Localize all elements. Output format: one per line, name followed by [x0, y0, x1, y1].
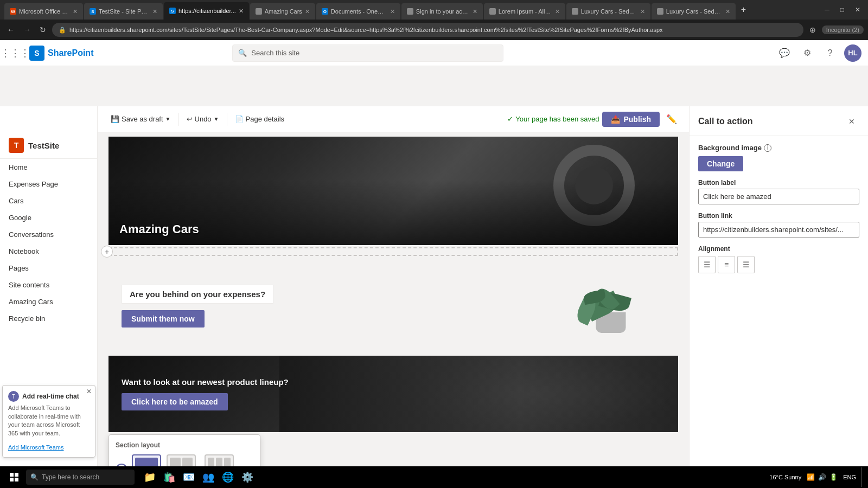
browser-tab-luxury1[interactable]: Luxury Cars - Sedans... ✕: [566, 3, 650, 20]
extensions-icon[interactable]: ⊕: [807, 24, 819, 35]
align-center-button[interactable]: ≡: [718, 256, 735, 273]
tab-close-icon[interactable]: ✕: [725, 8, 730, 15]
minimize-icon[interactable]: ─: [821, 5, 833, 15]
tab-favicon: S: [90, 8, 96, 15]
align-right-button[interactable]: ☰: [737, 256, 755, 273]
save-as-draft-button[interactable]: 💾 Save as draft ▼: [106, 113, 175, 125]
sidebar-item-conversations[interactable]: Conversations: [0, 226, 97, 243]
help-icon-btn[interactable]: ?: [821, 44, 839, 62]
lock-icon: 🔒: [59, 27, 66, 34]
tab-favicon: [657, 8, 663, 15]
browser-chrome: W Microsoft Office Home ✕ S TestSite - S…: [0, 0, 868, 20]
tab-close-icon[interactable]: ✕: [73, 8, 78, 15]
chat-close-btn[interactable]: ✕: [86, 388, 92, 395]
maximize-icon[interactable]: □: [837, 5, 847, 15]
sidebar-item-expenses[interactable]: Expenses Page: [0, 176, 97, 192]
sidebar-item-home[interactable]: Home: [0, 159, 97, 176]
taskbar-app-mail[interactable]: 📧: [180, 468, 197, 486]
wheel-inner: [575, 166, 613, 204]
tab-label: https://citizenbuilder...: [178, 8, 236, 14]
taskbar-app-settings[interactable]: ⚙️: [239, 468, 256, 486]
tab-favicon: O: [322, 8, 328, 15]
browser-tab-current[interactable]: S https://citizenbuilder... ✕: [164, 2, 249, 20]
undo-button[interactable]: ↩ Undo ▼: [182, 113, 224, 125]
reload-button[interactable]: ↻: [37, 24, 49, 35]
show-desktop-btn[interactable]: [861, 467, 864, 487]
cta1-button[interactable]: Submit them now: [122, 310, 205, 328]
saved-indicator: ✓ Your page has been saved: [507, 115, 599, 123]
sp-waffle-btn[interactable]: ⋮⋮⋮: [7, 44, 24, 62]
sidebar-item-amazing-cars[interactable]: Amazing Cars: [0, 293, 97, 310]
tab-close-icon[interactable]: ✕: [152, 8, 157, 15]
browser-tab-luxury2[interactable]: Luxury Cars - Sedans... ✕: [652, 3, 736, 20]
sidebar-item-cars[interactable]: Cars: [0, 192, 97, 209]
browser-tab-office[interactable]: W Microsoft Office Home ✕: [4, 3, 83, 20]
edit-view-toggle[interactable]: ✏️: [663, 111, 680, 128]
add-section-btn[interactable]: +: [101, 246, 113, 258]
sidebar-item-label: Notebook: [9, 247, 39, 255]
cta2-button[interactable]: Click here to be amazed: [122, 393, 228, 410]
sp-search-box[interactable]: 🔍 Search this site: [232, 44, 503, 62]
sidebar-item-google[interactable]: Google: [0, 209, 97, 226]
svg-rect-3: [15, 478, 18, 481]
chat-icon-btn[interactable]: 💬: [776, 44, 793, 62]
button-link-input[interactable]: [698, 222, 859, 237]
bg-image-section: Background image i Change: [698, 144, 859, 171]
search-placeholder: Search this site: [251, 49, 299, 57]
alignment-buttons: ☰ ≡ ☰: [698, 256, 859, 273]
publish-label: Publish: [623, 115, 651, 124]
sidebar-item-site-contents[interactable]: Site contents: [0, 277, 97, 293]
sidebar-item-pages[interactable]: Pages: [0, 260, 97, 277]
tab-close-icon[interactable]: ✕: [239, 8, 244, 15]
button-label-input[interactable]: [698, 189, 859, 204]
tab-close-icon[interactable]: ✕: [640, 8, 645, 15]
align-left-button[interactable]: ☰: [698, 256, 716, 273]
close-icon[interactable]: ✕: [852, 5, 864, 15]
user-avatar[interactable]: HL: [844, 44, 861, 62]
tab-close-icon[interactable]: ✕: [555, 8, 560, 15]
button-link-section: Button link: [698, 212, 859, 237]
page-details-button[interactable]: 📄 Page details: [231, 113, 289, 125]
button-label-section: Button label: [698, 179, 859, 204]
address-bar[interactable]: 🔒 https://citizenbuilders.sharepoint.com…: [52, 23, 803, 37]
browser-tab-lorem[interactable]: Lorem Ipsum - All the... ✕: [484, 3, 565, 20]
tab-close-icon[interactable]: ✕: [390, 8, 395, 15]
sidebar-item-notebook[interactable]: Notebook: [0, 243, 97, 260]
start-button[interactable]: [4, 467, 24, 487]
tab-label: Sign in to your accou...: [416, 8, 470, 15]
settings-icon-btn[interactable]: ⚙: [799, 44, 816, 62]
sidebar-item-recycle-bin[interactable]: Recycle bin: [0, 310, 97, 327]
saved-message: Your page has been saved: [515, 115, 599, 123]
browser-tab-onedrive[interactable]: O Documents - OneDrive... ✕: [316, 3, 400, 20]
sidebar-item-label: Site contents: [9, 281, 49, 289]
taskbar-search-box[interactable]: 🔍 Type here to search: [26, 470, 135, 485]
bg-image-info-icon[interactable]: i: [764, 144, 771, 152]
back-button[interactable]: ←: [4, 24, 17, 35]
tab-favicon: W: [10, 8, 16, 15]
window-controls: ─ □ ✕: [821, 5, 864, 15]
tab-favicon: S: [169, 8, 176, 14]
browser-tab-amazingcars[interactable]: Amazing Cars ✕: [250, 3, 315, 20]
chat-teams-link[interactable]: Add Microsoft Teams: [8, 444, 64, 451]
change-bg-button[interactable]: Change: [698, 156, 743, 171]
app-body: T TestSite Home Expenses Page Cars Googl…: [0, 106, 868, 488]
page-canvas-scroll[interactable]: Amazing Cars + Are you behind on your ex…: [98, 132, 689, 488]
panel-header: Call to action ✕: [690, 106, 868, 136]
teams-icon: T: [8, 391, 19, 402]
new-tab-button[interactable]: +: [737, 5, 750, 15]
taskbar-app-store[interactable]: 🛍️: [161, 468, 178, 486]
tab-label: Luxury Cars - Sedans...: [581, 8, 637, 15]
alignment-section: Alignment ☰ ≡ ☰: [698, 245, 859, 273]
tab-favicon: [572, 8, 578, 15]
toolbar-divider-2: [227, 113, 227, 126]
panel-close-button[interactable]: ✕: [844, 114, 859, 129]
taskbar-app-edge[interactable]: 🌐: [219, 468, 237, 486]
tab-close-icon[interactable]: ✕: [305, 8, 310, 15]
publish-button[interactable]: 📤 Publish: [602, 112, 660, 127]
browser-tab-signin[interactable]: Sign in to your accou... ✕: [401, 3, 483, 20]
taskbar-app-explorer[interactable]: 📁: [141, 468, 158, 486]
tab-close-icon[interactable]: ✕: [473, 8, 477, 15]
browser-tab-testsite[interactable]: S TestSite - Site Pages ✕: [84, 3, 163, 20]
forward-button[interactable]: →: [21, 24, 34, 35]
taskbar-app-teams[interactable]: 👥: [200, 468, 217, 486]
